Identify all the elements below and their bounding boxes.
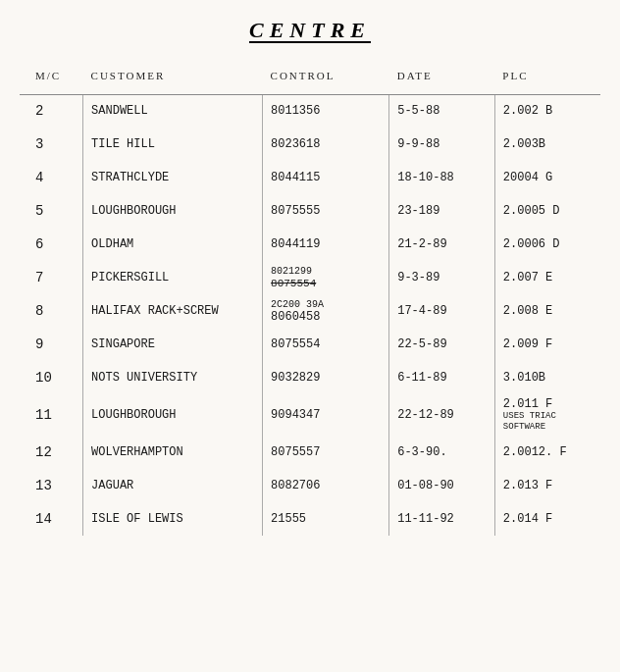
table-row: 12WOLVERHAMPTON80755576-3-90.2.0012. F [20, 436, 600, 469]
cell-mc: 14 [20, 502, 83, 536]
cell-customer: OLDHAM [83, 228, 263, 261]
cell-customer: STRATHCLYDE [83, 161, 263, 194]
cell-customer: WOLVERHAMPTON [83, 436, 263, 469]
cell-plc: 2.0012. F [494, 436, 600, 469]
cell-date: 01-08-90 [389, 469, 495, 502]
header-customer: CUSTOMER [83, 61, 263, 94]
cell-control: 8075554 [263, 328, 389, 361]
table-row: 4STRATHCLYDE804411518-10-8820004 G [20, 161, 600, 194]
cell-plc: 2.002 B [494, 94, 600, 128]
cell-control: 8011356 [263, 94, 389, 128]
cell-plc: 2.011 FUSES TRIAC SOFTWARE [494, 394, 600, 436]
cell-plc: 2.0005 D [494, 194, 600, 228]
cell-plc: 2.009 F [494, 328, 600, 361]
header-plc: PLC [494, 61, 600, 94]
table-row: 7PICKERSGILL802129980755549-3-892.007 E [20, 261, 600, 294]
cell-control: 21555 [263, 502, 389, 536]
cell-customer: LOUGHBOROUGH [83, 194, 263, 228]
table-row: 14ISLE OF LEWIS2155511-11-922.014 F [20, 502, 600, 536]
cell-mc: 5 [20, 194, 83, 228]
cell-control: 8023618 [263, 128, 389, 161]
table-row: 8HALIFAX RACK+SCREW2C200 39A806045817-4-… [20, 294, 600, 328]
cell-control: 8044115 [263, 161, 389, 194]
cell-plc: 2.0006 D [494, 228, 600, 261]
table-body: 2SANDWELL80113565-5-882.002 B3TILE HILL8… [20, 94, 600, 536]
cell-plc: 2.013 F [494, 469, 600, 502]
cell-customer: HALIFAX RACK+SCREW [83, 294, 263, 328]
cell-date: 22-5-89 [389, 328, 495, 361]
table-container: M/C CUSTOMER CONTROL DATE PLC 2SANDWELL8… [20, 61, 600, 536]
cell-mc: 4 [20, 161, 83, 194]
cell-plc: 2.014 F [494, 502, 600, 536]
cell-control: 8044119 [263, 228, 389, 261]
cell-mc: 6 [20, 228, 83, 261]
cell-control: 8082706 [263, 469, 389, 502]
page-title: CENTRE [249, 18, 371, 42]
table-row: 9SINGAPORE807555422-5-892.009 F [20, 328, 600, 361]
cell-control: 8075555 [263, 194, 389, 228]
cell-plc: 3.010B [494, 361, 600, 394]
header-mc: M/C [20, 61, 83, 94]
cell-mc: 2 [20, 94, 83, 128]
cell-plc: 20004 G [494, 161, 600, 194]
cell-mc: 13 [20, 469, 83, 502]
table-header-row: M/C CUSTOMER CONTROL DATE PLC [20, 61, 600, 94]
cell-mc: 7 [20, 261, 83, 294]
cell-plc: 2.008 E [494, 294, 600, 328]
cell-control: 8075557 [263, 436, 389, 469]
cell-plc: 2.003B [494, 128, 600, 161]
cell-mc: 3 [20, 128, 83, 161]
header-control: CONTROL [263, 61, 389, 94]
table-row: 2SANDWELL80113565-5-882.002 B [20, 94, 600, 128]
cell-date: 18-10-88 [389, 161, 495, 194]
cell-customer: ISLE OF LEWIS [83, 502, 263, 536]
cell-customer: TILE HILL [83, 128, 263, 161]
header-date: DATE [389, 61, 495, 94]
cell-control: 9094347 [263, 394, 389, 436]
cell-date: 22-12-89 [389, 394, 495, 436]
cell-control: 80212998075554 [263, 261, 389, 294]
cell-date: 5-5-88 [389, 94, 495, 128]
cell-customer: LOUGHBOROUGH [83, 394, 263, 436]
cell-customer: SANDWELL [83, 94, 263, 128]
cell-date: 17-4-89 [389, 294, 495, 328]
table-row: 11LOUGHBOROUGH909434722-12-892.011 FUSES… [20, 394, 600, 436]
table-row: 13JAGUAR808270601-08-902.013 F [20, 469, 600, 502]
cell-mc: 10 [20, 361, 83, 394]
table-row: 5LOUGHBOROUGH807555523-1892.0005 D [20, 194, 600, 228]
cell-control: 2C200 39A8060458 [263, 294, 389, 328]
cell-customer: JAGUAR [83, 469, 263, 502]
cell-mc: 11 [20, 394, 83, 436]
cell-date: 9-3-89 [389, 261, 495, 294]
cell-mc: 8 [20, 294, 83, 328]
table-row: 3TILE HILL80236189-9-882.003B [20, 128, 600, 161]
cell-plc: 2.007 E [494, 261, 600, 294]
cell-date: 11-11-92 [389, 502, 495, 536]
cell-date: 23-189 [389, 194, 495, 228]
cell-date: 9-9-88 [389, 128, 495, 161]
page: CENTRE M/C CUSTOMER CONTROL DATE PLC 2SA… [0, 0, 620, 672]
cell-customer: PICKERSGILL [83, 261, 263, 294]
cell-date: 6-11-89 [389, 361, 495, 394]
table-row: 6OLDHAM804411921-2-892.0006 D [20, 228, 600, 261]
cell-mc: 9 [20, 328, 83, 361]
cell-mc: 12 [20, 436, 83, 469]
cell-customer: NOTS UNIVERSITY [83, 361, 263, 394]
table-row: 10NOTS UNIVERSITY90328296-11-893.010B [20, 361, 600, 394]
cell-date: 21-2-89 [389, 228, 495, 261]
title-section: CENTRE [20, 10, 600, 43]
cell-customer: SINGAPORE [83, 328, 263, 361]
cell-date: 6-3-90. [389, 436, 495, 469]
cell-control: 9032829 [263, 361, 389, 394]
main-table: M/C CUSTOMER CONTROL DATE PLC 2SANDWELL8… [20, 61, 600, 536]
